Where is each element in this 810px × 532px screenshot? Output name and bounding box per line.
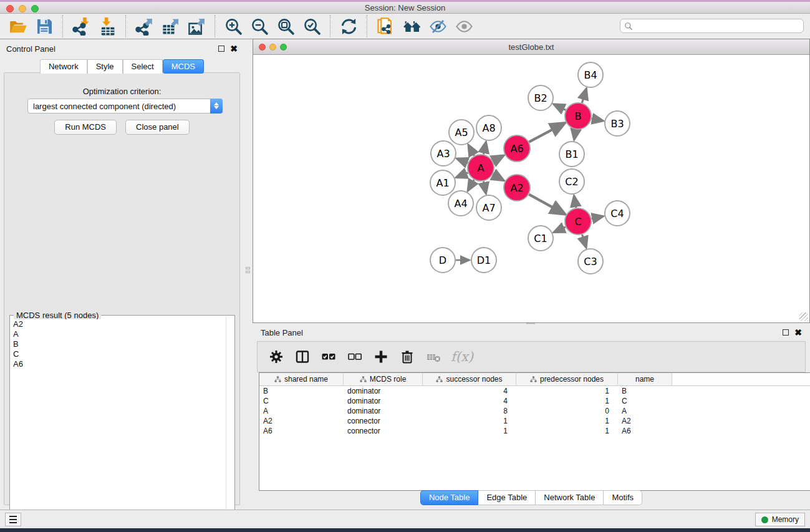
vertical-splitter[interactable] [244,39,253,528]
table-cell[interactable]: B [259,387,344,395]
table-cell[interactable]: 1 [423,427,516,435]
table-cell[interactable]: A [259,407,344,415]
table-cell[interactable]: C [618,397,672,405]
zoom-out-icon[interactable] [246,16,272,37]
table-cell[interactable]: 4 [423,387,516,395]
table-cell[interactable]: 8 [423,407,516,415]
table-cell[interactable]: 4 [423,397,516,405]
import-network-icon[interactable] [68,16,94,37]
graph-node-C2[interactable]: C2 [559,169,584,194]
apply-layout-icon[interactable] [335,16,362,37]
mcds-result-list[interactable]: A2ABCA6 [11,319,226,525]
column-header-predecessor-nodes[interactable]: predecessor nodes [516,373,618,385]
delete-columns-icon[interactable] [396,345,418,369]
graph-node-B3[interactable]: B3 [605,111,630,136]
mcds-result-item[interactable]: C [13,349,226,359]
zoom-fit-icon[interactable] [272,16,299,37]
table-row-A[interactable]: Adominator80A [259,406,810,416]
graph-node-A[interactable]: A [468,155,494,181]
graph-node-B[interactable]: B [565,103,591,129]
table-cell[interactable]: 0 [516,407,618,415]
close-window-button[interactable] [6,5,14,12]
graph-edge-A-A5[interactable] [468,145,474,156]
close-panel-icon[interactable]: ✖ [230,46,238,52]
column-header-shared-name[interactable]: shared name [259,373,344,385]
result-scrollbar[interactable] [226,316,234,526]
column-header-successor-nodes[interactable]: successor nodes [423,373,516,385]
float-panel-icon[interactable] [218,46,224,52]
graph-node-A8[interactable]: A8 [476,115,501,140]
table-row-C[interactable]: Cdominator41C [259,396,810,406]
table-cell[interactable]: dominator [344,397,423,405]
column-header-MCDS-role[interactable]: MCDS role [344,373,423,385]
table-cell[interactable]: 1 [516,427,618,435]
close-panel-button[interactable]: Close panel [125,120,190,135]
close-table-panel-icon[interactable]: ✖ [794,329,802,336]
home-icon[interactable] [398,16,425,37]
control-tab-mcds[interactable]: MCDS [163,59,204,74]
graph-edge-A-A2[interactable] [493,175,503,180]
import-table-icon[interactable] [94,16,120,37]
delete-table-icon[interactable] [422,345,445,369]
graph-edge-A-A6[interactable] [493,156,503,162]
function-builder-icon[interactable]: f(x) [448,349,473,364]
mcds-result-item[interactable]: A [13,329,226,339]
mcds-result-item[interactable]: A2 [13,319,226,329]
graph-node-A5[interactable]: A5 [449,120,474,145]
graph-edge-A-A8[interactable] [483,143,486,155]
graph-node-C4[interactable]: C4 [605,201,630,226]
graph-node-A7[interactable]: A7 [476,195,501,220]
window-resize-grip[interactable] [799,312,808,321]
minimize-window-button[interactable] [19,5,26,12]
table-row-B[interactable]: Bdominator41B [259,386,810,396]
graph-node-B1[interactable]: B1 [559,142,584,167]
table-cell[interactable]: A [618,407,672,415]
table-cell[interactable]: dominator [344,387,423,395]
export-image-icon[interactable] [183,16,210,37]
graph-node-A2[interactable]: A2 [504,175,530,201]
column-view-icon[interactable] [291,345,314,369]
table-cell[interactable]: 1 [516,387,618,395]
graph-edge-A-A3[interactable] [457,159,468,163]
table-tab-network-table[interactable]: Network Table [536,490,604,505]
graph-node-C[interactable]: C [565,208,591,235]
float-table-panel-icon[interactable] [783,329,789,336]
graph-edge-B-B1[interactable] [574,130,576,140]
table-cell[interactable]: B [618,387,672,395]
graph-node-B4[interactable]: B4 [578,62,603,87]
settings-gear-icon[interactable] [265,345,287,369]
graph-edge-C-C4[interactable] [592,216,603,219]
graph-edge-C-C3[interactable] [582,235,586,247]
table-tab-motifs[interactable]: Motifs [604,490,642,505]
table-row-A6[interactable]: A6connector11A6 [259,426,810,436]
graph-node-B2[interactable]: B2 [528,85,553,110]
zoom-selected-icon[interactable] [299,16,325,37]
graph-node-D[interactable]: D [430,248,455,273]
memory-button[interactable]: Memory [755,513,805,526]
zoom-in-icon[interactable] [220,16,246,37]
hide-graphics-details-icon[interactable] [425,16,451,37]
network-zoom-button[interactable] [280,44,287,51]
export-table-icon[interactable] [157,16,183,37]
graph-node-D1[interactable]: D1 [471,248,496,273]
table-cell[interactable]: A6 [259,427,344,435]
search-input[interactable] [636,22,799,31]
graph-node-A3[interactable]: A3 [431,141,456,166]
zoom-window-button[interactable] [31,5,39,12]
graph-node-C3[interactable]: C3 [578,249,603,274]
table-cell[interactable]: C [259,397,344,405]
column-header-name[interactable]: name [618,373,672,385]
graph-edge-B-B2[interactable] [554,104,566,110]
graph-edge-A-A4[interactable] [468,180,474,190]
control-tab-network[interactable]: Network [40,59,87,74]
export-network-icon[interactable] [131,16,157,37]
criterion-dropdown[interactable]: largest connected component (directed) [27,99,223,114]
graph-node-A6[interactable]: A6 [504,135,530,162]
table-row-A2[interactable]: A2connector11A2 [259,416,810,426]
network-canvas[interactable]: B4B2BB3A8A5A6A3B1AC2A1A2A4A7C4CC1DD1C3 [253,55,809,322]
graph-edge-A-A7[interactable] [483,181,486,193]
table-cell[interactable]: A2 [259,417,344,425]
show-graphics-details-icon[interactable] [451,16,477,37]
unselect-all-columns-icon[interactable] [344,345,366,369]
table-tab-edge-table[interactable]: Edge Table [478,490,536,505]
